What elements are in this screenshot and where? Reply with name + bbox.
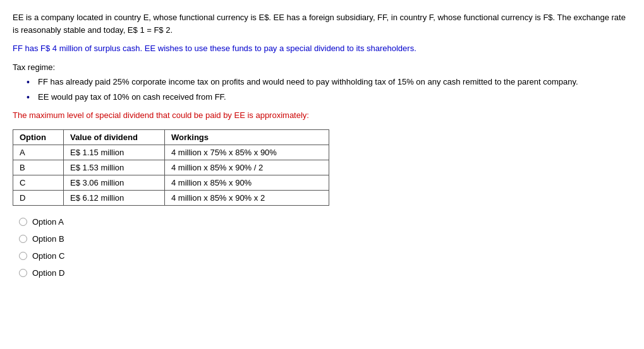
options-table: Option Value of dividend Workings AE$ 1.… xyxy=(13,129,329,206)
table-cell-value: E$ 1.15 million xyxy=(64,145,165,160)
answer-option-b[interactable]: Option B xyxy=(19,234,631,244)
radio-d[interactable] xyxy=(19,269,27,277)
table-row: BE$ 1.53 million4 million x 85% x 90% / … xyxy=(13,160,329,175)
tax-regime-label: Tax regime: xyxy=(13,61,631,74)
tax-bullet-2: EE would pay tax of 10% on cash received… xyxy=(38,91,631,104)
table-cell-value: E$ 1.53 million xyxy=(64,160,165,175)
table-header-value: Value of dividend xyxy=(64,129,165,145)
intro-paragraph2: FF has F$ 4 million of surplus cash. EE … xyxy=(13,42,631,55)
tax-bullet-list: FF has already paid 25% corporate income… xyxy=(38,76,631,103)
answer-option-a[interactable]: Option A xyxy=(19,217,631,227)
answer-option-c[interactable]: Option C xyxy=(19,251,631,261)
option-a-label: Option A xyxy=(32,217,64,227)
question-text: The maximum level of special dividend th… xyxy=(13,109,631,122)
tax-regime-section: Tax regime: FF has already paid 25% corp… xyxy=(13,61,631,104)
radio-a[interactable] xyxy=(19,218,27,226)
table-cell-value: E$ 6.12 million xyxy=(64,190,165,205)
table-header-option: Option xyxy=(13,129,64,145)
table-row: CE$ 3.06 million4 million x 85% x 90% xyxy=(13,175,329,190)
table-cell-option: C xyxy=(13,175,64,190)
intro-paragraph1: EE is a company located in country E, wh… xyxy=(13,11,631,36)
radio-c[interactable] xyxy=(19,252,27,260)
table-cell-workings: 4 million x 75% x 85% x 90% xyxy=(165,145,329,160)
radio-b[interactable] xyxy=(19,235,27,243)
option-d-label: Option D xyxy=(32,268,64,278)
table-cell-workings: 4 million x 85% x 90% xyxy=(165,175,329,190)
table-cell-value: E$ 3.06 million xyxy=(64,175,165,190)
answer-option-d[interactable]: Option D xyxy=(19,268,631,278)
table-cell-option: D xyxy=(13,190,64,205)
intro-block: EE is a company located in country E, wh… xyxy=(13,11,631,103)
table-cell-option: B xyxy=(13,160,64,175)
answer-options-list: Option A Option B Option C Option D xyxy=(19,217,631,278)
table-cell-workings: 4 million x 85% x 90% / 2 xyxy=(165,160,329,175)
table-cell-workings: 4 million x 85% x 90% x 2 xyxy=(165,190,329,205)
option-c-label: Option C xyxy=(32,251,64,261)
tax-bullet-1: FF has already paid 25% corporate income… xyxy=(38,76,631,88)
option-b-label: Option B xyxy=(32,234,64,244)
table-cell-option: A xyxy=(13,145,64,160)
table-row: AE$ 1.15 million4 million x 75% x 85% x … xyxy=(13,145,329,160)
table-row: DE$ 6.12 million4 million x 85% x 90% x … xyxy=(13,190,329,205)
table-header-workings: Workings xyxy=(165,129,329,145)
